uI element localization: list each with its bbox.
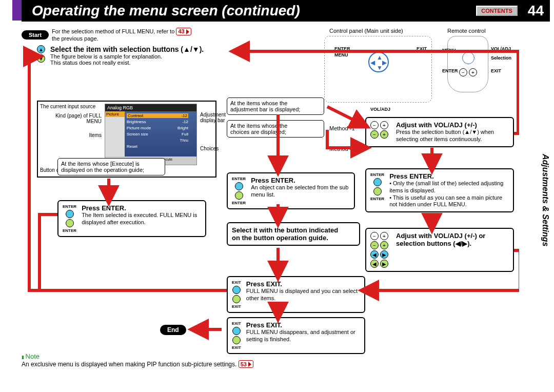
cond-exec-box: At the items whose [Execute] is displaye… bbox=[57, 158, 165, 175]
menu-screen-mock: Analog RGB Picture Contrast-12 Brightnes… bbox=[105, 104, 197, 165]
press-enter-exec-title: Press ENTER. bbox=[82, 204, 201, 212]
note-section: Note An exclusive menu is displayed when… bbox=[22, 350, 253, 368]
minus-icon: − bbox=[370, 232, 379, 240]
section-color-tab bbox=[12, 0, 22, 21]
row-thru: Thru bbox=[127, 138, 188, 143]
enter-lime-icon bbox=[373, 187, 382, 195]
select-guide-l1: Select it with the button indicated bbox=[232, 226, 355, 234]
rc-selection-label: Selection bbox=[491, 55, 511, 61]
cp-voladj-label: VOL/ADJ bbox=[370, 107, 390, 112]
method-2-label: Method -2 bbox=[329, 146, 355, 152]
voladj-top-box: −+ −+ Adjust with VOL/ADJ (+/-) Press th… bbox=[365, 117, 514, 147]
plus-icon: + bbox=[380, 121, 388, 129]
minus-icon: − bbox=[370, 121, 379, 129]
press-enter-small-l1: Only the (small list of the) selected ad… bbox=[389, 180, 503, 193]
exit-cyan-icon bbox=[232, 327, 241, 335]
ref-43-link[interactable]: 43 bbox=[176, 28, 191, 35]
press-exit1-line: FULL MENU is displayed and you can selec… bbox=[246, 288, 360, 302]
row-picmode: Picture modeBright bbox=[127, 126, 188, 130]
cond-adj-l1: At the items whose the bbox=[230, 100, 321, 106]
exit-lime-icon bbox=[232, 295, 241, 303]
press-exit2-title: Press EXIT. bbox=[246, 321, 360, 329]
row-contrast: Contrast-12 bbox=[127, 113, 188, 118]
start-pill: Start bbox=[22, 30, 49, 40]
enter-label: ENTER bbox=[63, 204, 76, 209]
start-text1: For the selection method of FULL MENU, r… bbox=[52, 28, 174, 34]
minus-icon: − bbox=[370, 241, 379, 249]
fig-current-src: The current input source bbox=[40, 104, 95, 109]
page-title: Operating the menu screen (continued) bbox=[22, 3, 476, 19]
start-row: Start For the selection method of FULL M… bbox=[22, 28, 191, 42]
fig-kind: Kind (page) of FULL MENU bbox=[40, 113, 102, 124]
exit-label: EXIT bbox=[232, 345, 241, 350]
press-exit1-box: EXIT EXIT Press EXIT. FULL MENU is displ… bbox=[227, 276, 365, 313]
press-enter-sub-box: ENTER ENTER Press ENTER. An object can b… bbox=[227, 172, 355, 209]
remote-dpad-icon bbox=[462, 52, 474, 64]
fig-items: Items bbox=[40, 132, 102, 138]
content-area: Start For the selection method of FULL M… bbox=[22, 25, 519, 374]
method-1-label: Method -1 bbox=[329, 125, 355, 131]
cond-exec-l2: displayed on the operation guide; bbox=[61, 167, 162, 173]
plus-icon: + bbox=[380, 130, 388, 139]
exit-label: EXIT bbox=[232, 280, 241, 285]
voladj-top-title: Adjust with VOL/ADJ (+/-) bbox=[396, 121, 509, 129]
dpad-icon: ▲ ▼ ◀ ▶ bbox=[368, 52, 389, 72]
enter-label: ENTER bbox=[370, 172, 384, 177]
step-select-l2: This status does not really exist. bbox=[50, 60, 204, 66]
rc-menu-label: MENU bbox=[442, 48, 456, 53]
press-exit1-title: Press EXIT. bbox=[246, 280, 360, 288]
remote-diagram: −+ bbox=[447, 36, 488, 92]
ref-53-link[interactable]: 53 bbox=[239, 360, 253, 368]
press-enter-sub-line: An object can be selected from the sub m… bbox=[251, 184, 350, 199]
cond-choice-box: At the items whose the choices are displ… bbox=[227, 120, 324, 138]
page-header: Operating the menu screen (continued) CO… bbox=[22, 0, 550, 22]
cp-menu-label: MENU bbox=[334, 52, 348, 57]
plus-icon: + bbox=[380, 241, 388, 249]
enter-lime-icon bbox=[235, 191, 243, 200]
cond-choice-l2: choices are displayed; bbox=[230, 129, 321, 135]
row-brightness: Brightness-12 bbox=[127, 120, 188, 124]
enter-cyan-icon bbox=[66, 210, 74, 218]
plus-icon: + bbox=[380, 232, 388, 240]
cp-enter-label: ENTER bbox=[334, 46, 350, 51]
exit-lime-icon bbox=[232, 336, 241, 344]
voladj-sel-l2: selection buttons (◀/▶). bbox=[396, 240, 485, 247]
fig-choices: Choices bbox=[200, 146, 219, 151]
voladj-top-line: Press the selection button (▲/▼) when se… bbox=[396, 129, 509, 143]
cond-adj-box: At the items whose the adjustment bar is… bbox=[227, 97, 324, 115]
up-down-cyan-icon: ▲ bbox=[37, 45, 45, 53]
exit-label: EXIT bbox=[232, 321, 241, 326]
step-select-title: Select the item with selection buttons (… bbox=[50, 45, 204, 53]
exit-label: EXIT bbox=[232, 304, 241, 309]
contents-button[interactable]: CONTENTS bbox=[476, 6, 518, 16]
control-panel-label: Control panel (Main unit side) bbox=[329, 28, 403, 34]
minus-icon: − bbox=[370, 130, 379, 139]
cond-choice-l1: At the items whose the bbox=[230, 123, 321, 129]
step-select: ▲ ▼ Select the item with selection butto… bbox=[37, 45, 204, 66]
enter-label: ENTER bbox=[63, 228, 76, 233]
rc-exit-label: EXIT bbox=[491, 68, 501, 73]
select-guide-box: Select it with the button indicated on t… bbox=[227, 222, 360, 246]
rc-voladj-label: VOL/ADJ bbox=[491, 46, 511, 51]
remote-label: Remote control bbox=[447, 28, 486, 34]
step-select-l1: The figure below is a sample for explana… bbox=[50, 53, 204, 60]
screen-title: Analog RGB bbox=[107, 105, 133, 110]
press-enter-small-l2: This is useful as you can see a main pic… bbox=[389, 194, 502, 208]
up-down-lime-icon: ▼ bbox=[37, 54, 45, 63]
voladj-sel-l1: Adjust with VOL/ADJ (+/-) or bbox=[396, 232, 485, 240]
press-enter-exec-box: ENTER ENTER Press ENTER. The Item select… bbox=[57, 200, 206, 237]
right-icon: ▶ bbox=[380, 250, 388, 259]
rc-enter-label: ENTER bbox=[442, 68, 458, 73]
exit-cyan-icon bbox=[232, 286, 241, 294]
fig-adjbar: Adjustment display bar bbox=[200, 112, 226, 123]
side-section-tab: Adjustments & Settings bbox=[541, 154, 550, 246]
minus-icon: − bbox=[459, 68, 467, 76]
select-guide-l2: on the button operation guide. bbox=[232, 234, 355, 242]
row-scrsize: Screen sizeFull bbox=[127, 132, 188, 136]
cond-exec-l1: At the items whose [Execute] is bbox=[61, 161, 162, 167]
press-exit2-box: EXIT EXIT Press EXIT. FULL MENU disappea… bbox=[227, 317, 365, 354]
enter-lime-icon bbox=[66, 219, 74, 227]
press-enter-sub-title: Press ENTER. bbox=[251, 177, 350, 184]
note-label: Note bbox=[22, 352, 253, 360]
press-enter-exec-line: The Item selected is executed. FULL MENU… bbox=[82, 212, 201, 226]
